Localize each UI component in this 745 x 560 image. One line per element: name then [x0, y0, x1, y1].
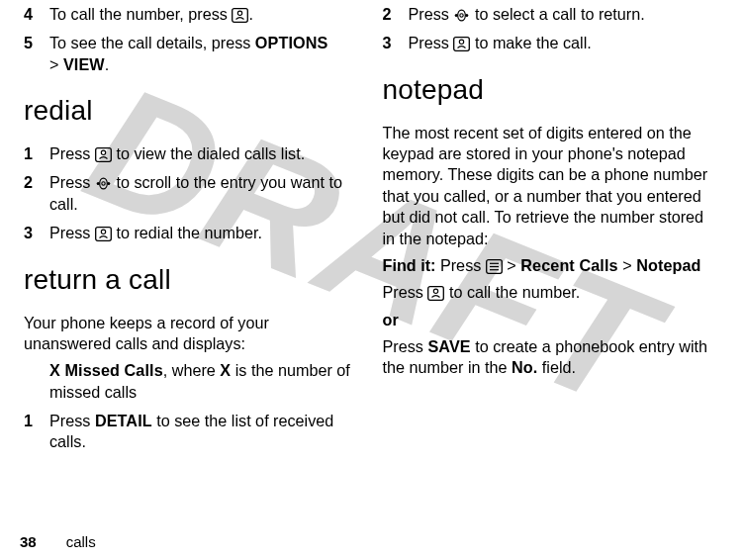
find-it-label: Find it:	[383, 256, 436, 274]
view-menu-label: VIEW	[63, 55, 105, 73]
text-fragment: Press	[383, 283, 428, 301]
step-number: 1	[24, 411, 49, 431]
step-text: Press DETAIL to see the list of received…	[49, 411, 355, 453]
step-number: 2	[24, 172, 49, 193]
text-fragment: .	[105, 55, 110, 73]
step-number: 5	[24, 33, 49, 53]
text-fragment: to select a call to return.	[470, 5, 644, 23]
text-fragment: To see the call details, press	[49, 34, 255, 51]
right-column: 2 Press to select a call to return. 3 Pr…	[383, 4, 714, 530]
section-name: calls	[66, 533, 96, 550]
gt-symbol: >	[622, 256, 631, 274]
svg-point-21	[434, 289, 438, 293]
step-number: 3	[24, 223, 49, 243]
page-footer: 38calls	[20, 533, 96, 550]
text-fragment: field.	[537, 358, 576, 376]
nav-key-icon	[95, 176, 112, 191]
step-text: Press to scroll to the entry you want to…	[49, 172, 355, 215]
notepad-paragraph: The most recent set of digits entered on…	[383, 123, 714, 249]
notepad-heading: notepad	[383, 72, 714, 109]
step-number: 1	[24, 143, 49, 164]
svg-point-1	[238, 11, 242, 15]
send-key-icon	[232, 8, 248, 23]
return-step-3: 3 Press to make the call.	[383, 33, 714, 53]
return-call-paragraph: Your phone keeps a record of your unansw…	[24, 313, 355, 355]
notepad-call-line: Press to call the number.	[383, 282, 714, 303]
return-call-heading: return a call	[24, 262, 355, 299]
gt-symbol: >	[49, 55, 58, 73]
text-fragment: Press	[49, 412, 95, 429]
page-content: 4 To call the number, press . 5 To see t…	[0, 0, 745, 530]
text-fragment: to call the number.	[444, 283, 580, 301]
step-5: 5 To see the call details, press OPTIONS…	[24, 33, 355, 75]
text-fragment: Press	[409, 5, 454, 23]
text-fragment: , where	[163, 361, 221, 379]
return-step-2: 2 Press to select a call to return.	[383, 4, 714, 25]
or-label: or	[383, 310, 714, 330]
save-line: Press SAVE to create a phonebook entry w…	[383, 336, 714, 379]
svg-point-13	[460, 14, 463, 17]
left-column: 4 To call the number, press . 5 To see t…	[24, 4, 355, 530]
redial-step-2: 2 Press to scroll to the entry you want …	[24, 172, 355, 215]
svg-point-9	[101, 230, 105, 233]
options-softkey-label: OPTIONS	[255, 34, 328, 51]
no-field-label: No.	[512, 358, 537, 376]
menu-key-icon	[486, 259, 503, 274]
missed-calls-label: X Missed Calls	[49, 361, 163, 379]
find-it-line: Find it: Press > Recent Calls > Notepad	[383, 255, 714, 276]
gt-symbol: >	[507, 256, 515, 274]
step-number: 4	[24, 4, 49, 25]
return-step-1: 1 Press DETAIL to see the list of receiv…	[24, 411, 355, 453]
text-fragment: Press	[49, 224, 95, 241]
text-fragment: to view the dialed calls list.	[112, 144, 305, 162]
svg-point-15	[460, 40, 464, 44]
redial-heading: redial	[24, 93, 355, 130]
send-key-icon	[95, 147, 112, 162]
step-text: Press to select a call to return.	[409, 4, 714, 25]
text-fragment: Press	[435, 256, 485, 274]
text-fragment: Press	[49, 144, 95, 162]
recent-calls-menu-label: Recent Calls	[520, 256, 617, 274]
redial-step-3: 3 Press to redial the number.	[24, 223, 355, 243]
redial-step-1: 1 Press to view the dialed calls list.	[24, 143, 355, 164]
save-softkey-label: SAVE	[427, 337, 470, 355]
text-fragment: To call the number, press	[49, 5, 232, 23]
step-text: Press to redial the number.	[49, 223, 355, 243]
page-number: 38	[20, 533, 37, 550]
svg-point-7	[102, 182, 105, 185]
notepad-menu-label: Notepad	[636, 256, 700, 274]
svg-point-12	[458, 10, 466, 21]
send-key-icon	[95, 227, 112, 241]
x-placeholder: X	[220, 361, 231, 379]
text-fragment: Press	[409, 34, 454, 51]
text-fragment: to make the call.	[470, 34, 591, 51]
text-fragment: .	[248, 5, 253, 23]
step-text: Press to view the dialed calls list.	[49, 143, 355, 164]
send-key-icon	[427, 286, 444, 301]
step-number: 3	[383, 33, 409, 53]
detail-softkey-label: DETAIL	[95, 412, 152, 429]
nav-key-icon	[453, 8, 470, 23]
step-text: Press to make the call.	[409, 33, 714, 53]
text-fragment: to redial the number.	[112, 224, 262, 241]
send-key-icon	[453, 37, 470, 51]
svg-point-6	[100, 179, 108, 190]
text-fragment: Press	[383, 337, 428, 355]
text-fragment: Press	[49, 173, 95, 191]
svg-point-3	[101, 150, 105, 154]
step-number: 2	[383, 4, 409, 25]
missed-calls-line: X Missed Calls, where X is the number of…	[49, 360, 355, 403]
step-4: 4 To call the number, press .	[24, 4, 355, 25]
step-text: To call the number, press .	[49, 4, 355, 25]
step-text: To see the call details, press OPTIONS >…	[49, 33, 355, 75]
